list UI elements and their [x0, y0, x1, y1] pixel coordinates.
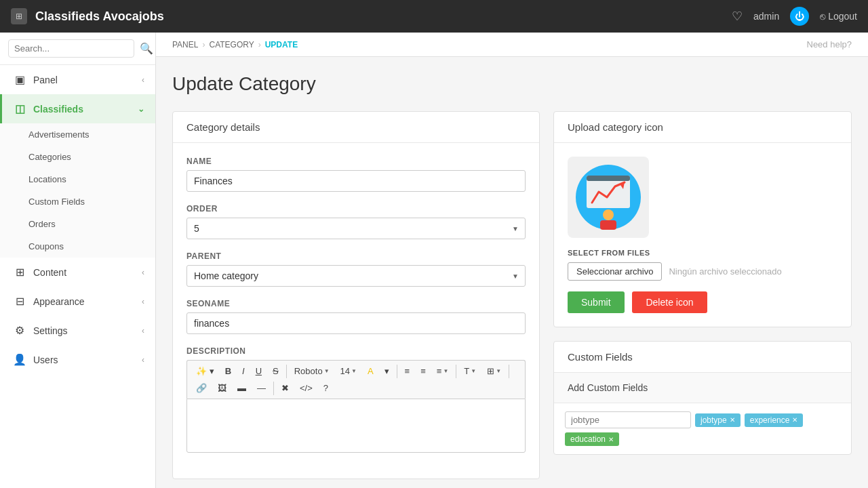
right-column: Upload category icon	[553, 111, 852, 488]
cf-tag-label: experience	[750, 415, 790, 425]
strikethrough-btn[interactable]: S	[268, 363, 283, 379]
description-editor[interactable]	[186, 399, 526, 453]
chevron-icon: ‹	[142, 297, 144, 306]
left-column: Category details NAME ORDER 5	[172, 111, 540, 488]
custom-fields-label: Custom Fields	[28, 197, 85, 207]
text-style-btn[interactable]: T	[459, 363, 481, 379]
appearance-icon: ⊟	[13, 295, 26, 308]
custom-fields-input-row: jobtype ✕ experience ✕ education ✕	[554, 403, 851, 454]
sidebar-item-categories[interactable]: Categories	[0, 146, 155, 168]
panel-icon: ▣	[13, 73, 26, 86]
file-name-display: Ningún archivo seleccionado	[669, 266, 781, 277]
locations-label: Locations	[28, 174, 66, 184]
breadcrumb-category[interactable]: CATEGORY	[209, 40, 254, 49]
table-btn[interactable]: ⊞	[482, 363, 506, 379]
settings-icon: ⚙	[13, 324, 26, 337]
cf-tag-label: education	[570, 434, 606, 444]
parent-field-group: PARENT Home category	[186, 251, 526, 287]
coupons-label: Coupons	[28, 241, 64, 251]
sidebar-item-label: Classifieds	[33, 104, 83, 115]
app-logo: ⊞	[11, 8, 27, 24]
submit-button[interactable]: Submit	[568, 291, 625, 313]
category-details-body: NAME ORDER 5 1 2 3	[173, 143, 539, 479]
file-select-row: Seleccionar archivo Ningún archivo selec…	[568, 262, 837, 281]
order-field-group: ORDER 5 1 2 3 4	[186, 204, 526, 239]
icon-action-buttons: Submit Delete icon	[568, 291, 837, 313]
content-icon: ⊞	[13, 266, 26, 279]
name-input[interactable]	[186, 170, 526, 192]
upload-icon-header: Upload category icon	[554, 112, 851, 143]
sidebar-item-coupons[interactable]: Coupons	[0, 235, 155, 258]
delete-icon-button[interactable]: Delete icon	[632, 291, 707, 313]
breadcrumb-sep-1: ›	[202, 40, 205, 49]
sidebar-item-panel[interactable]: ▣ Panel ‹	[0, 65, 155, 94]
sidebar-item-content[interactable]: ⊞ Content ‹	[0, 258, 155, 287]
editor-toolbar: ✨ ▾ B I U S Roboto 14 A ▾	[186, 360, 526, 399]
page-title: Update Category	[172, 73, 852, 95]
search-button[interactable]: 🔍	[140, 42, 153, 55]
advertisements-label: Advertisements	[28, 129, 90, 140]
cf-tag-close[interactable]: ✕	[730, 416, 735, 424]
custom-fields-body: Add Custom Fields jobtype ✕ experience ✕	[554, 373, 851, 454]
link-btn[interactable]: 🔗	[191, 380, 212, 396]
ul-btn[interactable]: ≡	[400, 363, 415, 379]
heart-icon[interactable]: ♡	[732, 9, 743, 24]
sidebar-item-locations[interactable]: Locations	[0, 168, 155, 190]
upload-icon-body: SELECT FROM FILES Seleccionar archivo Ni…	[554, 143, 851, 327]
category-icon-svg	[574, 163, 642, 231]
cf-tag-close[interactable]: ✕	[792, 416, 797, 424]
custom-field-input[interactable]	[565, 411, 691, 428]
cf-tag-education[interactable]: education ✕	[565, 432, 619, 446]
topbar-right: ♡ admin ⏻ ⎋ Logout	[732, 7, 857, 26]
indent-btn[interactable]: ≡	[432, 363, 454, 379]
sidebar-item-label: Settings	[33, 325, 68, 336]
parent-select[interactable]: Home category	[186, 265, 526, 287]
toolbar-sep-2	[397, 365, 397, 378]
classifieds-submenu: Advertisements Categories Locations Cust…	[0, 123, 155, 258]
order-select[interactable]: 5 1 2 3 4	[186, 218, 526, 239]
sidebar-item-advertisements[interactable]: Advertisements	[0, 123, 155, 146]
font-color-btn[interactable]: A	[363, 363, 378, 379]
help-btn[interactable]: ?	[319, 380, 333, 396]
svg-rect-2	[587, 176, 630, 181]
sidebar-item-settings[interactable]: ⚙ Settings ‹	[0, 316, 155, 345]
bold-btn[interactable]: B	[220, 363, 236, 379]
magic-btn[interactable]: ✨ ▾	[191, 363, 219, 379]
italic-btn[interactable]: I	[237, 363, 250, 379]
size-select-btn[interactable]: 14	[336, 363, 361, 379]
cf-tag-label: jobtype	[701, 415, 727, 425]
chevron-icon: ‹	[142, 326, 144, 336]
image-btn[interactable]: 🖼	[213, 380, 231, 396]
sidebar-item-classifieds[interactable]: ◫ Classifieds ⌄	[0, 94, 155, 123]
power-button[interactable]: ⏻	[790, 7, 809, 26]
font-select-btn[interactable]: Roboto	[290, 363, 334, 379]
sidebar-item-orders[interactable]: Orders	[0, 213, 155, 235]
underline-btn[interactable]: U	[251, 363, 267, 379]
toolbar-sep-3	[456, 365, 456, 378]
sidebar: 🔍 ▣ Panel ‹ ◫ Classifieds ⌄ Advertisemen…	[0, 33, 156, 488]
cf-tag-jobtype[interactable]: jobtype ✕	[695, 413, 741, 427]
breadcrumb-panel[interactable]: PANEL	[172, 40, 198, 49]
dash-btn[interactable]: —	[252, 380, 271, 396]
sidebar-item-custom-fields[interactable]: Custom Fields	[0, 190, 155, 213]
sidebar-item-appearance[interactable]: ⊟ Appearance ‹	[0, 287, 155, 316]
source-btn[interactable]: </>	[295, 380, 317, 396]
cf-tag-close[interactable]: ✕	[608, 436, 614, 443]
help-link[interactable]: Need help?	[807, 39, 852, 49]
font-color-arrow-btn[interactable]: ▾	[380, 363, 394, 379]
search-input[interactable]	[8, 39, 134, 58]
breadcrumb: PANEL › CATEGORY › UPDATE Need help?	[156, 33, 868, 57]
app-title: Classifieds Avocajobs	[35, 9, 164, 24]
cf-tag-experience[interactable]: experience ✕	[745, 413, 804, 427]
select-file-button[interactable]: Seleccionar archivo	[568, 262, 662, 281]
custom-fields-header: Custom Fields	[554, 342, 851, 373]
admin-label: admin	[753, 11, 779, 22]
icon-preview	[568, 157, 649, 238]
sidebar-item-users[interactable]: 👤 Users ‹	[0, 345, 155, 374]
logout-button[interactable]: ⎋ Logout	[820, 11, 857, 22]
sidebar-item-label: Appearance	[33, 296, 85, 307]
seoname-input[interactable]	[186, 312, 526, 334]
hr-btn[interactable]: ▬	[233, 380, 251, 396]
ol-btn[interactable]: ≡	[416, 363, 431, 379]
fullscreen-btn[interactable]: ✖	[277, 380, 294, 396]
